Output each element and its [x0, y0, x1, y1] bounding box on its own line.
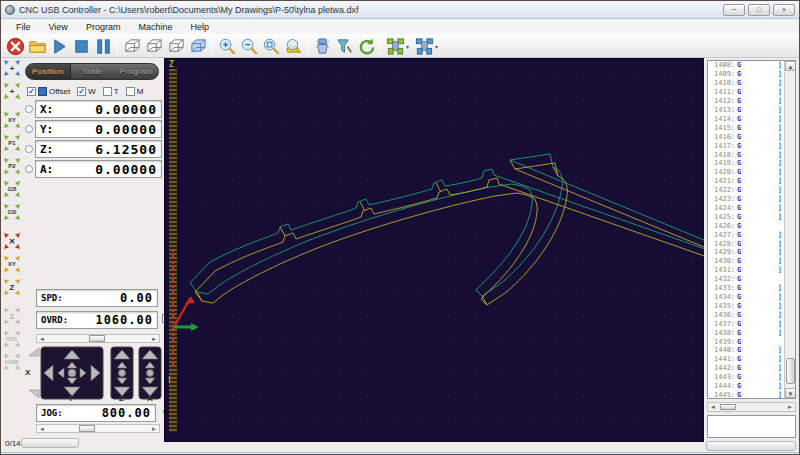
override-slider[interactable]: ◄►: [36, 334, 160, 343]
pause-button[interactable]: [92, 36, 114, 57]
axis-radio-x[interactable]: [25, 105, 33, 113]
menu-file[interactable]: File: [7, 22, 40, 32]
offset-checkbox[interactable]: ✓: [27, 87, 36, 96]
gcode-line[interactable]: 1420:G]: [708, 168, 784, 177]
gcode-line[interactable]: 1445:G]: [708, 391, 784, 399]
zoom-extents-button[interactable]: [282, 36, 304, 57]
gcode-line[interactable]: 1440:G]: [708, 346, 784, 355]
axis-field-x[interactable]: X:0.00000: [35, 100, 162, 118]
gcode-line[interactable]: 1432:G: [708, 275, 784, 284]
axis-radio-z[interactable]: [25, 145, 33, 153]
view-perspective-button[interactable]: [121, 36, 143, 57]
goto-g28-button[interactable]: G28: [2, 179, 21, 198]
close-button[interactable]: ×: [773, 4, 795, 16]
gcode-line[interactable]: 1439:G: [708, 337, 784, 346]
t-checkbox[interactable]: [103, 87, 112, 96]
axis-field-a[interactable]: A:0.00000: [35, 160, 162, 178]
zero-xy-button[interactable]: XY: [2, 254, 21, 273]
gcode-line[interactable]: 1412:G]: [708, 97, 784, 106]
goto-g30-button[interactable]: G30: [2, 202, 21, 221]
gcode-line[interactable]: 1442:G]: [708, 364, 784, 373]
minimize-button[interactable]: ─: [723, 4, 745, 16]
tab-state[interactable]: State: [71, 64, 115, 79]
scroll-thumb[interactable]: [786, 358, 795, 384]
w-checkbox[interactable]: ✓: [77, 87, 86, 96]
gcode-line[interactable]: 1416:G]: [708, 132, 784, 141]
zoom-in-button[interactable]: [216, 36, 238, 57]
view-top-button[interactable]: [143, 36, 165, 57]
gcode-line[interactable]: 1434:G]: [708, 293, 784, 302]
emergency-stop-button[interactable]: [4, 36, 26, 57]
zoom-window-button[interactable]: [260, 36, 282, 57]
gcode-line[interactable]: 1418:G]: [708, 150, 784, 159]
view-side-button[interactable]: [187, 36, 209, 57]
menu-program[interactable]: Program: [77, 22, 130, 32]
menu-machine[interactable]: Machine: [129, 22, 181, 32]
m-checkbox[interactable]: [126, 87, 135, 96]
set-zero-button[interactable]: +: [2, 81, 21, 100]
gcode-line[interactable]: 1429:G]: [708, 248, 784, 257]
gcode-line[interactable]: 1424:G]: [708, 204, 784, 213]
spindle-on-button[interactable]: [384, 36, 406, 57]
gcode-line[interactable]: 1438:G]: [708, 328, 784, 337]
refresh-button[interactable]: [355, 36, 377, 57]
gcode-line[interactable]: 1423:G]: [708, 195, 784, 204]
zero-z-button[interactable]: Z: [2, 277, 21, 296]
scroll-down-icon[interactable]: ▼: [785, 388, 796, 398]
viewport-3d[interactable]: Z Ⅰ: [164, 58, 704, 442]
jog-slider[interactable]: ◄►: [36, 424, 160, 433]
goto-zero-button[interactable]: +: [2, 58, 21, 77]
zoom-out-button[interactable]: [238, 36, 260, 57]
gcode-line[interactable]: 1414:G]: [708, 114, 784, 123]
maximize-button[interactable]: □: [748, 4, 770, 16]
gcode-line[interactable]: 1409:G]: [708, 70, 784, 79]
stop-button[interactable]: [70, 36, 92, 57]
gcode-line[interactable]: 1415:G]: [708, 123, 784, 132]
axis-field-y[interactable]: Y:0.00000: [35, 120, 162, 138]
axis-field-z[interactable]: Z:6.12500: [35, 140, 162, 158]
tab-program[interactable]: Program: [114, 64, 158, 79]
gcode-line[interactable]: 1433:G]: [708, 284, 784, 293]
override-field[interactable]: OVRD: 1060.00: [36, 311, 158, 329]
gcode-line[interactable]: 1443:G]: [708, 373, 784, 382]
tab-position[interactable]: Position: [26, 64, 71, 79]
jog-pad[interactable]: [27, 346, 162, 402]
mdi-input[interactable]: [707, 415, 796, 438]
machine-coolant-button[interactable]: [311, 36, 333, 57]
gcode-line[interactable]: 1417:G]: [708, 141, 784, 150]
gcode-line[interactable]: 1413:G]: [708, 106, 784, 115]
open-file-button[interactable]: [26, 36, 48, 57]
menu-help[interactable]: Help: [181, 22, 218, 32]
gcode-line[interactable]: 1408:G]: [708, 61, 784, 70]
gcode-line[interactable]: 1425:G]: [708, 212, 784, 221]
menu-view[interactable]: View: [40, 22, 77, 32]
axis-radio-y[interactable]: [25, 125, 33, 133]
gcode-line[interactable]: 1431:G]: [708, 266, 784, 275]
gcode-line[interactable]: 1411:G]: [708, 88, 784, 97]
view-front-button[interactable]: [165, 36, 187, 57]
gcode-list[interactable]: 1408:G]1409:G]1410:G]1411:G]1412:G]1413:…: [707, 60, 796, 399]
spindle-off-button-dropdown-icon[interactable]: ▾: [435, 43, 442, 50]
gcode-line[interactable]: 1444:G]: [708, 382, 784, 391]
gcode-line[interactable]: 1430:G]: [708, 257, 784, 266]
gcode-vertical-scrollbar[interactable]: ▲ ▼: [784, 61, 795, 398]
gcode-line[interactable]: 1410:G]: [708, 79, 784, 88]
gcode-line[interactable]: 1441:G]: [708, 355, 784, 364]
gcode-line[interactable]: 1436:G]: [708, 310, 784, 319]
gcode-line[interactable]: 1428:G]: [708, 239, 784, 248]
spindle-on-button-dropdown-icon[interactable]: ▾: [406, 43, 413, 50]
resize-grip[interactable]: ⋰: [796, 442, 800, 449]
gcode-line[interactable]: 1426:G: [708, 221, 784, 230]
gcode-horizontal-scrollbar[interactable]: ◄►: [707, 402, 796, 412]
gcode-line[interactable]: 1419:G]: [708, 159, 784, 168]
gcode-line[interactable]: 1427:G]: [708, 230, 784, 239]
spindle-off-button[interactable]: [413, 36, 435, 57]
tool-change-button[interactable]: [333, 36, 355, 57]
gcode-line[interactable]: 1437:G]: [708, 319, 784, 328]
axis-radio-a[interactable]: [25, 165, 33, 173]
jog-speed-field[interactable]: JOG: 800.00: [36, 404, 156, 422]
scroll-up-icon[interactable]: ▲: [785, 61, 796, 71]
goto-xy-button[interactable]: XY: [2, 110, 21, 129]
goto-p1-button[interactable]: P1: [2, 133, 21, 152]
start-button[interactable]: [48, 36, 70, 57]
